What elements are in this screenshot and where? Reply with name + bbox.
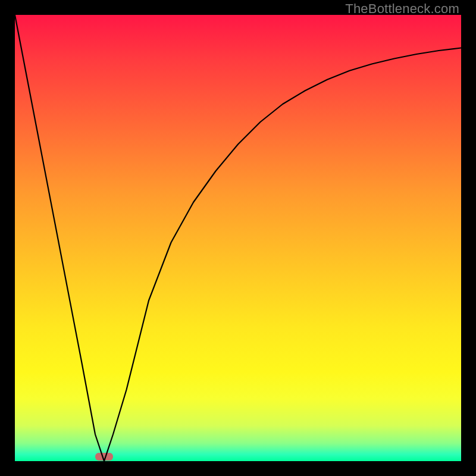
chart-frame (15, 15, 461, 461)
chart-svg (15, 15, 461, 461)
watermark-label: TheBottleneck.com (345, 1, 459, 17)
gradient-background (15, 15, 461, 461)
